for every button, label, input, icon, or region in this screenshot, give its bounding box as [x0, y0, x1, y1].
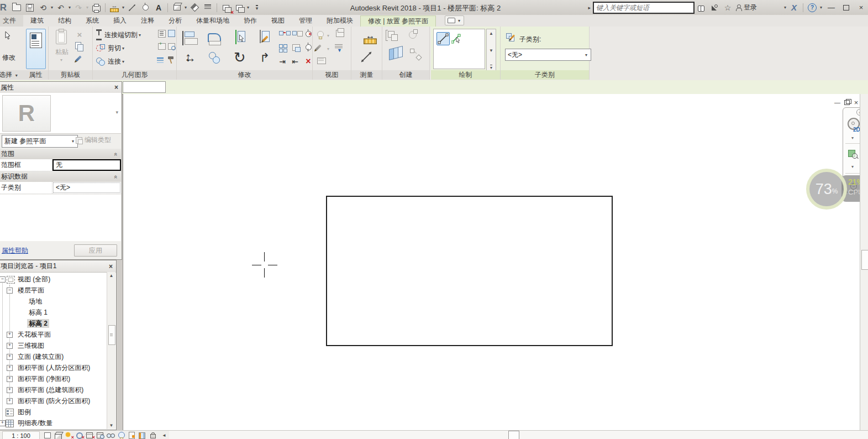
scope-box-value[interactable]: 无 — [52, 159, 121, 171]
default-3d-view-icon[interactable] — [171, 2, 183, 13]
section-extents[interactable]: 范围 « — [0, 149, 121, 160]
tree-item-floor-plans[interactable]: − 楼层平面 — [0, 285, 107, 296]
shadows-icon[interactable]: × — [75, 431, 84, 439]
analytical-model-icon[interactable] — [138, 431, 147, 439]
tree-item-level-2[interactable]: 标高 2 — [0, 318, 107, 329]
expander-icon[interactable]: + — [7, 398, 13, 404]
reveal-hidden-elements-icon[interactable] — [117, 431, 126, 439]
cut-geometry-button[interactable]: 剪切 ▾ — [96, 43, 125, 53]
modify-button-label[interactable]: 修改 — [0, 53, 23, 62]
maximize-button[interactable] — [839, 2, 853, 13]
expander-icon[interactable]: + — [7, 343, 13, 349]
sync-caret-icon[interactable]: ▾ — [50, 5, 54, 10]
property-value-cell[interactable]: 无 — [52, 159, 121, 171]
tab-analyze[interactable]: 分析 — [161, 15, 189, 27]
tab-insert[interactable]: 插入 — [106, 15, 134, 27]
tab-systems[interactable]: 系统 — [78, 15, 106, 27]
search-input[interactable] — [593, 2, 695, 14]
measure-caret-icon[interactable]: ▾ — [121, 5, 125, 10]
split-face-icon[interactable] — [231, 30, 249, 46]
pick-lines-tool[interactable] — [451, 33, 462, 44]
pin-icon[interactable] — [304, 44, 311, 50]
scroll-up-icon[interactable]: ▲ — [107, 273, 115, 278]
measure-icon[interactable]: ↔ — [108, 2, 120, 13]
type-selector-combo[interactable]: 新建 参照平面 ▾ — [2, 135, 78, 148]
options-offset-input[interactable] — [123, 81, 166, 93]
signin-caret-icon[interactable]: ▾ — [783, 5, 787, 10]
tab-view[interactable]: 视图 — [264, 15, 292, 27]
detail-level-icon[interactable] — [43, 431, 52, 439]
help-caret-icon[interactable]: ▾ — [819, 5, 823, 10]
thin-lines-icon[interactable] — [202, 2, 214, 13]
gallery-expand-icon[interactable]: ▾ — [490, 65, 492, 70]
view-scale-button[interactable]: 1 : 100 — [2, 431, 40, 439]
copy-tool-icon[interactable] — [208, 52, 224, 66]
gallery-scroll-down-icon[interactable]: ▼ — [489, 48, 493, 53]
tag-by-category-icon[interactable] — [139, 2, 151, 13]
properties-button[interactable] — [26, 29, 46, 69]
tab-structure[interactable]: 结构 — [51, 15, 78, 27]
expander-icon[interactable]: + — [7, 376, 13, 382]
crop-view-icon[interactable]: × — [85, 431, 94, 439]
expander-icon[interactable]: + — [7, 354, 13, 360]
tree-item-elevations[interactable]: + 立面 (建筑立面) — [0, 351, 107, 362]
sign-in-button[interactable]: 登录 — [735, 2, 758, 13]
zoom-caret-icon[interactable]: ▾ — [851, 164, 854, 169]
align-icon[interactable] — [182, 31, 199, 46]
tree-item-level-1[interactable]: 标高 1 — [0, 307, 107, 318]
exchange-apps-icon[interactable]: X — [788, 2, 800, 13]
trim-extend-single-icon[interactable]: ⇥ — [278, 56, 287, 66]
hide-caret-icon[interactable]: ▾ — [326, 33, 330, 38]
subcategory-value[interactable]: <无> — [53, 182, 120, 193]
panel-select-label[interactable]: 选择 ▾ — [0, 70, 23, 80]
show-crop-region-icon[interactable] — [96, 431, 105, 439]
properties-titlebar[interactable]: 属性 × — [0, 82, 122, 93]
view-control-collapse-icon[interactable]: ◄ — [162, 433, 166, 438]
tree-item-3d-views[interactable]: + 三维视图 — [0, 340, 107, 351]
override-caret-icon[interactable]: ▾ — [326, 46, 330, 51]
browser-scrollbar[interactable]: ▲ ▼ — [107, 272, 115, 429]
offset-icon[interactable] — [207, 31, 223, 46]
text-icon[interactable]: A — [152, 2, 165, 13]
reveal-constraints-icon[interactable] — [148, 431, 157, 439]
undo-caret-icon[interactable]: ▾ — [67, 5, 72, 10]
temporary-hide-isolate-icon[interactable] — [106, 431, 115, 439]
tree-item-area-plans-gross[interactable]: + 面积平面 (总建筑面积) — [0, 384, 107, 395]
vertical-scrollbar[interactable] — [860, 94, 868, 430]
tab-modify-place-reference-plane[interactable]: 修改 | 放置 参照平面 — [360, 15, 436, 27]
communication-center-icon[interactable] — [708, 2, 720, 13]
tree-item-schedules[interactable]: + 明细表/数量 — [0, 417, 107, 428]
subcategory-select[interactable]: <无> ▾ — [505, 49, 591, 61]
tab-annotate[interactable]: 注释 — [134, 15, 161, 27]
open-icon[interactable] — [10, 2, 23, 13]
wheel-caret-icon[interactable]: ▾ — [851, 135, 854, 140]
collapse-chevron-icon[interactable]: « — [113, 152, 119, 155]
undo-icon[interactable]: ↶ — [55, 2, 67, 13]
sun-path-icon[interactable]: × — [64, 431, 73, 439]
split-element-icon[interactable] — [255, 30, 273, 46]
qat-overflow-icon[interactable]: ▸ — [588, 5, 591, 11]
tab-collaborate[interactable]: 协作 — [236, 15, 264, 27]
drawing-area[interactable]: — × × 2D ▾ ▾ − 21% CPU使用 73 % — [123, 94, 860, 430]
join-geometry-button[interactable]: 连接 ▾ — [96, 56, 125, 66]
print-icon[interactable] — [90, 2, 102, 13]
aligned-dimension-icon[interactable] — [126, 2, 138, 13]
cope-button[interactable]: 连接端切割 ▾ — [96, 30, 142, 40]
ribbon-display-toggle[interactable]: ▾ — [445, 15, 464, 25]
properties-close-icon[interactable]: × — [114, 83, 118, 91]
expander-icon[interactable]: − — [7, 288, 13, 294]
browser-close-icon[interactable]: × — [109, 263, 113, 270]
measure-tool-icon[interactable]: ↔ — [359, 31, 374, 40]
trim-extend-corner-icon[interactable]: ↱ — [256, 50, 273, 66]
tab-manage[interactable]: 管理 — [292, 15, 319, 27]
unpin-icon[interactable]: × — [304, 30, 311, 36]
modify-tool-icon[interactable] — [3, 31, 12, 41]
search-icon[interactable] — [695, 2, 707, 13]
redo-icon[interactable]: ↷ — [72, 2, 85, 13]
view-restore-button[interactable] — [842, 98, 851, 106]
tree-item-ceiling-plans[interactable]: + 天花板平面 — [0, 329, 107, 340]
move-icon[interactable]: ↔↔ — [181, 50, 199, 66]
cut-icon[interactable]: × — [75, 30, 84, 39]
favorites-icon[interactable]: ☆ — [722, 2, 734, 13]
redo-caret-icon[interactable]: ▾ — [85, 5, 90, 10]
